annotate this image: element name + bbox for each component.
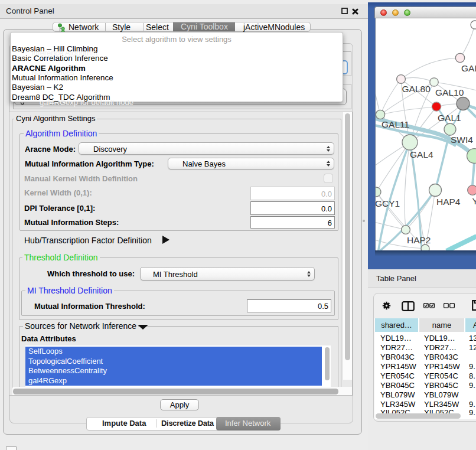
svg-text:HAP4: HAP4 [436, 197, 461, 207]
svg-text:GAL: GAL [461, 63, 476, 73]
svg-text:GAL11: GAL11 [382, 119, 409, 129]
svg-text:Y: Y [472, 196, 476, 206]
svg-text:GAL80: GAL80 [402, 84, 431, 94]
svg-text:GCY1: GCY1 [376, 198, 400, 208]
svg-text:GAL4: GAL4 [410, 149, 433, 159]
svg-text:HAP2: HAP2 [407, 235, 431, 245]
svg-text:GAL1: GAL1 [438, 113, 461, 123]
svg-text:SWI4: SWI4 [451, 135, 473, 145]
svg-text:GAL10: GAL10 [435, 87, 464, 97]
